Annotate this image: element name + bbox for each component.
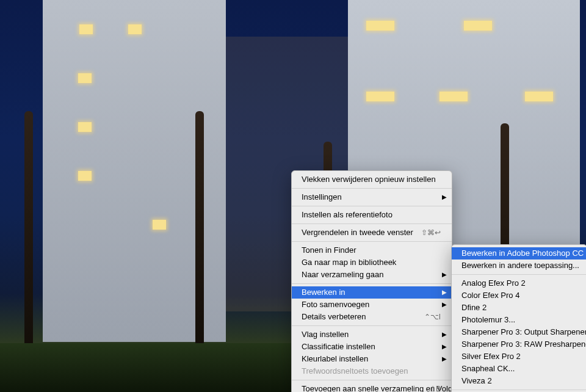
menu-item-label: Vlag instellen bbox=[302, 330, 349, 339]
menu-item[interactable]: Bewerken in▶ bbox=[292, 286, 452, 299]
menu-item[interactable]: Sharpener Pro 3: Output Sharpener bbox=[452, 326, 586, 338]
menu-item[interactable]: Instellingen▶ bbox=[292, 191, 452, 203]
tree-trunk bbox=[24, 111, 33, 355]
menu-separator bbox=[452, 390, 586, 390]
menu-item[interactable]: Color Efex Pro 4 bbox=[452, 289, 586, 302]
menu-item[interactable]: Classificatie instellen▶ bbox=[292, 341, 452, 353]
menu-item[interactable]: Tonen in Finder bbox=[292, 244, 452, 256]
submenu-arrow-icon: ▶ bbox=[442, 192, 447, 202]
menu-item[interactable]: Bewerken in andere toepassing... bbox=[452, 260, 586, 272]
menu-item-label: Tonen in Finder bbox=[302, 245, 356, 255]
menu-item-label: Toevoegen aan snelle verzameling en Volg… bbox=[302, 384, 470, 392]
menu-item[interactable]: Dfine 2 bbox=[452, 302, 586, 314]
menu-item[interactable]: Naar verzameling gaan▶ bbox=[292, 269, 452, 281]
submenu-arrow-icon: ▶ bbox=[442, 330, 447, 339]
menu-item-label: Bewerken in bbox=[302, 288, 345, 297]
menu-item[interactable]: Photolemur 3... bbox=[452, 314, 586, 326]
menu-separator bbox=[292, 241, 452, 242]
menu-item-shortcut: ⇧⌘↩ bbox=[421, 228, 441, 238]
menu-separator bbox=[292, 206, 452, 206]
menu-item[interactable]: Analog Efex Pro 2 bbox=[452, 277, 586, 289]
menu-separator bbox=[292, 283, 452, 284]
menu-item-label: Foto samenvoegen bbox=[302, 300, 369, 309]
submenu-arrow-icon: ▶ bbox=[442, 288, 447, 297]
menu-separator bbox=[452, 274, 586, 275]
menu-item-label: Silver Efex Pro 2 bbox=[461, 352, 521, 361]
menu-separator bbox=[292, 188, 452, 189]
menu-item-label: Kleurlabel instellen bbox=[302, 354, 368, 363]
menu-item[interactable]: Ga naar map in bibliotheek bbox=[292, 256, 452, 269]
submenu-arrow-icon: ▶ bbox=[442, 354, 447, 364]
menu-item: Trefwoordsneltoets toevoegen bbox=[292, 365, 452, 377]
menu-item[interactable]: Vlag instellen▶ bbox=[292, 328, 452, 341]
menu-item[interactable]: Sharpener Pro 3: RAW Presharpener bbox=[452, 338, 586, 350]
menu-item[interactable]: Vergrendelen in tweede venster⇧⌘↩ bbox=[292, 227, 452, 239]
context-menu[interactable]: Vlekken verwijderen opnieuw instellenIns… bbox=[291, 170, 452, 392]
menu-item-label: Analog Efex Pro 2 bbox=[461, 278, 526, 288]
menu-item-label: Bewerken in Adobe Photoshop CC 2019... bbox=[461, 249, 586, 258]
menu-item-label: Dfine 2 bbox=[461, 303, 487, 312]
menu-item-label: Photolemur 3... bbox=[461, 315, 515, 324]
menu-separator bbox=[292, 380, 452, 380]
menu-item[interactable]: Kleurlabel instellen▶ bbox=[292, 353, 452, 365]
tree-trunk bbox=[195, 111, 204, 355]
menu-item-shortcut: ⌃⌥I bbox=[424, 312, 441, 322]
context-submenu-bewerken-in[interactable]: Bewerken in Adobe Photoshop CC 2019...Be… bbox=[451, 244, 586, 392]
menu-item-label: Classificatie instellen bbox=[302, 342, 375, 351]
menu-item[interactable]: Viveza 2 bbox=[452, 375, 586, 387]
menu-item-label: Sharpener Pro 3: RAW Presharpener bbox=[461, 339, 586, 349]
submenu-arrow-icon: ▶ bbox=[442, 270, 447, 280]
submenu-arrow-icon: ▶ bbox=[442, 300, 447, 310]
menu-item-label: Naar verzameling gaan bbox=[302, 270, 383, 279]
menu-item-label: Details verbeteren bbox=[302, 312, 366, 321]
menu-item-label: Vergrendelen in tweede venster bbox=[302, 228, 413, 237]
menu-item[interactable]: Vlekken verwijderen opnieuw instellen bbox=[292, 173, 452, 186]
menu-item-label: Color Efex Pro 4 bbox=[461, 291, 519, 300]
menu-item[interactable]: Details verbeteren⌃⌥I bbox=[292, 311, 452, 323]
menu-item-label: Snapheal CK... bbox=[461, 364, 515, 373]
menu-separator bbox=[292, 223, 452, 224]
menu-separator bbox=[292, 325, 452, 326]
menu-item[interactable]: Foto samenvoegen▶ bbox=[292, 299, 452, 311]
menu-item[interactable]: Bewerken in Adobe Photoshop CC 2019... bbox=[452, 247, 586, 260]
menu-item-label: Instellingen bbox=[302, 192, 342, 201]
menu-item-shortcut: ⇧B bbox=[430, 384, 441, 392]
menu-item-label: Sharpener Pro 3: Output Sharpener bbox=[461, 327, 586, 336]
menu-item-label: Ga naar map in bibliotheek bbox=[302, 258, 396, 267]
submenu-arrow-icon: ▶ bbox=[442, 342, 447, 352]
menu-item-label: Vlekken verwijderen opnieuw instellen bbox=[302, 175, 436, 184]
menu-item-label: Instellen als referentiefoto bbox=[302, 210, 392, 219]
menu-item[interactable]: Snapheal CK... bbox=[452, 363, 586, 375]
menu-item[interactable]: Instellen als referentiefoto bbox=[292, 209, 452, 221]
menu-item-label: Trefwoordsneltoets toevoegen bbox=[302, 366, 408, 376]
menu-item[interactable]: Toevoegen aan snelle verzameling en Volg… bbox=[292, 383, 452, 392]
menu-item[interactable]: Silver Efex Pro 2 bbox=[452, 350, 586, 363]
menu-item-label: Viveza 2 bbox=[461, 376, 492, 385]
menu-item-label: Bewerken in andere toepassing... bbox=[461, 261, 579, 270]
